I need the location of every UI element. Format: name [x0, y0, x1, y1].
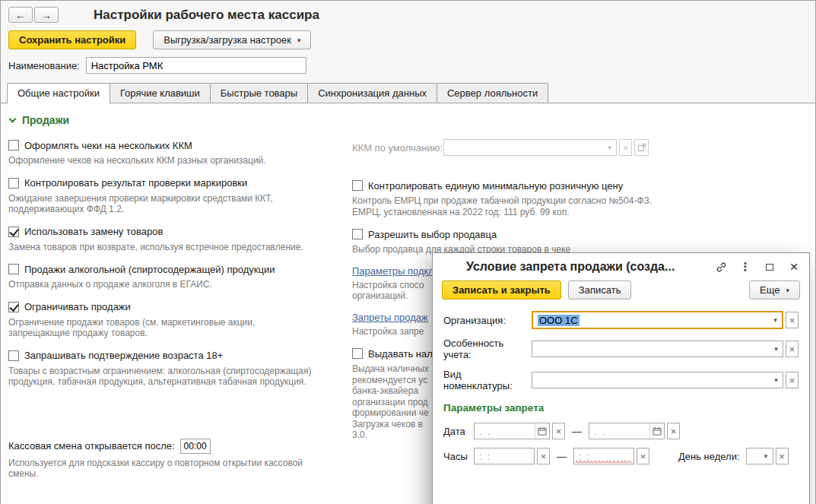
forward-icon: → — [41, 9, 52, 21]
checkbox-restrict-sales[interactable]: Ограничивать продажи — [8, 300, 352, 314]
calendar-icon[interactable] — [535, 423, 549, 439]
link-sales-bans[interactable]: Запреты продаж — [352, 312, 428, 323]
tab-data-sync[interactable]: Синхронизация данных — [307, 83, 437, 103]
clear-icon[interactable]: × — [537, 448, 550, 464]
name-input[interactable] — [86, 57, 306, 74]
clear-icon[interactable]: × — [637, 448, 649, 464]
maximize-icon[interactable] — [764, 261, 776, 273]
dropdown-icon[interactable]: ▾ — [603, 140, 616, 155]
tab-quick-goods[interactable]: Быстрые товары — [210, 83, 308, 103]
setting-description: Используется для подсказки кассиру о пов… — [8, 458, 352, 480]
time-label: Часы — [443, 451, 474, 462]
more-button[interactable]: Еще ▾ — [749, 281, 800, 300]
checkbox-age-confirmation[interactable]: Запрашивать подтверждение возраста 18+ — [8, 349, 352, 363]
clear-icon[interactable]: × — [776, 448, 789, 464]
description-line: Товары с возрастным ограничением: алкого… — [8, 366, 352, 377]
tab-bar: Общие настройки Горячие клавиши Быстрые … — [1, 83, 815, 103]
name-row: Наименование: — [1, 55, 815, 81]
export-import-label: Выгрузка/загрузка настроек — [164, 34, 291, 46]
time-from-field[interactable]: : : — [474, 448, 535, 464]
validation-error-underline — [576, 460, 632, 463]
save-close-button[interactable]: Записать и закрыть — [442, 281, 561, 300]
back-button[interactable]: ← — [8, 7, 33, 23]
clear-icon[interactable]: × — [786, 372, 799, 388]
setting-description: Товары с возрастным ограничением: алкого… — [8, 366, 352, 388]
dropdown-icon[interactable]: ▾ — [769, 312, 782, 328]
combobox-value: ООО 1С — [533, 315, 769, 326]
kkm-default-row: ККМ по умолчанию: ▾ × — [352, 138, 808, 157]
checkbox-icon — [8, 350, 19, 361]
name-label: Наименование: — [8, 60, 80, 71]
description-line: Контроль ЕМРЦ при продаже табачной проду… — [352, 195, 808, 207]
more-actions-icon[interactable]: ⋮ — [739, 261, 751, 273]
date-placeholder: . . — [589, 426, 649, 437]
clear-icon[interactable]: × — [552, 423, 565, 439]
sales-ban-condition-dialog: Условие запрета продажи (созда... ⋮ × За… — [432, 252, 810, 504]
sales-section-header[interactable]: Продажи — [10, 114, 808, 126]
accounting-combobox[interactable]: ▾ — [532, 341, 783, 357]
forward-button[interactable]: → — [34, 7, 59, 23]
clear-icon[interactable]: × — [619, 139, 632, 156]
date-placeholder: . . — [475, 426, 535, 437]
export-import-button[interactable]: Выгрузка/загрузка настроек ▾ — [153, 30, 311, 49]
close-icon[interactable]: × — [788, 261, 800, 273]
tab-general-settings[interactable]: Общие настройки — [7, 83, 110, 103]
dropdown-icon[interactable]: ▾ — [770, 372, 783, 388]
save-settings-button[interactable]: Сохранить настройки — [8, 30, 136, 49]
weekday-combobox[interactable]: ▾ — [746, 448, 773, 464]
description-line: продукция, табачная продукция, альтернат… — [8, 376, 352, 388]
description-line: Ожидание завершения проверки маркировки … — [8, 193, 352, 204]
nomenclature-combobox[interactable]: ▾ — [532, 372, 783, 388]
clear-icon[interactable]: × — [786, 312, 799, 328]
top-navigation-bar: ← → Настройки рабочего места кассира — [1, 1, 815, 26]
setting-group: Использовать замену товаров Замена товар… — [8, 225, 352, 253]
range-dash: — — [572, 426, 582, 437]
calendar-icon[interactable] — [649, 423, 664, 439]
save-button[interactable]: Записать — [568, 281, 632, 300]
tab-hotkeys[interactable]: Горячие клавиши — [110, 83, 211, 103]
checkbox-label: Запрашивать подтверждение возраста 18+ — [24, 350, 223, 361]
accounting-label: Особенность учета: — [443, 338, 532, 360]
link-icon[interactable] — [715, 261, 727, 273]
description-line: смены. — [8, 468, 352, 480]
cash-shift-time-input[interactable] — [180, 439, 211, 454]
dropdown-icon[interactable]: ▾ — [760, 449, 773, 464]
description-line: Ограничение продажи товаров (см. маркети… — [8, 317, 352, 328]
checkbox-multiple-kkm[interactable]: Оформлять чеки на нескольких ККМ — [8, 138, 352, 152]
setting-group: Запрашивать подтверждение возраста 18+ Т… — [8, 349, 352, 388]
checkbox-alcohol-sales[interactable]: Продажи алкогольной (спиртосодержащей) п… — [8, 262, 352, 276]
date-to-field[interactable]: . . — [589, 423, 665, 439]
org-combobox[interactable]: ООО 1С ▾ — [532, 311, 783, 329]
checkbox-icon — [8, 302, 19, 312]
dialog-titlebar: Условие запрета продажи (созда... ⋮ × — [433, 253, 809, 277]
nomenclature-label: Вид номенклатуры: — [443, 369, 532, 391]
tab-loyalty-server[interactable]: Сервер лояльности — [437, 83, 548, 103]
clear-icon[interactable]: × — [667, 423, 680, 439]
description-line: Отправка данных о продаже алкоголя в ЕГА… — [8, 279, 352, 290]
checkbox-product-replacement[interactable]: Использовать замену товаров — [8, 225, 352, 239]
clear-icon[interactable]: × — [786, 341, 799, 357]
description-line: Оформление чеков на нескольких ККМ разны… — [8, 155, 352, 166]
collapse-icon — [9, 115, 17, 122]
dropdown-icon[interactable]: ▾ — [770, 341, 783, 357]
checkbox-min-retail-price[interactable]: Контролировать единую минимальную рознич… — [352, 179, 808, 192]
setting-description: Контроль ЕМРЦ при продаже табачной проду… — [352, 195, 808, 217]
kkm-default-combobox[interactable]: ▾ — [443, 139, 617, 156]
dialog-form: Организация: ООО 1С ▾ × Особенность учет… — [433, 306, 809, 464]
history-nav-group: ← → — [8, 7, 59, 23]
date-from-field[interactable]: . . — [474, 423, 550, 439]
checkbox-icon — [352, 348, 363, 359]
checkbox-label: Выдавать нал — [368, 348, 433, 360]
time-to-field[interactable]: : : — [573, 448, 634, 464]
checkbox-marking-control[interactable]: Контролировать результат проверки маркир… — [8, 176, 352, 190]
setting-description: Ожидание завершения проверки маркировки … — [8, 193, 352, 215]
open-form-icon[interactable] — [634, 139, 649, 156]
cash-shift-setting: Кассовая смена открывается после: Исполь… — [8, 438, 352, 480]
link-connection-params[interactable]: Параметры подкл — [352, 265, 434, 277]
cash-shift-label: Кассовая смена открывается после: — [8, 440, 175, 452]
checkbox-label: Разрешить выбор продавца — [368, 229, 497, 240]
setting-description: Замена товаров при возврате, используя в… — [8, 242, 352, 253]
dialog-title: Условие запрета продажи (созда... — [466, 260, 703, 274]
checkbox-seller-selection[interactable]: Разрешить выбор продавца — [352, 227, 808, 241]
page-title: Настройки рабочего места кассира — [94, 8, 319, 23]
